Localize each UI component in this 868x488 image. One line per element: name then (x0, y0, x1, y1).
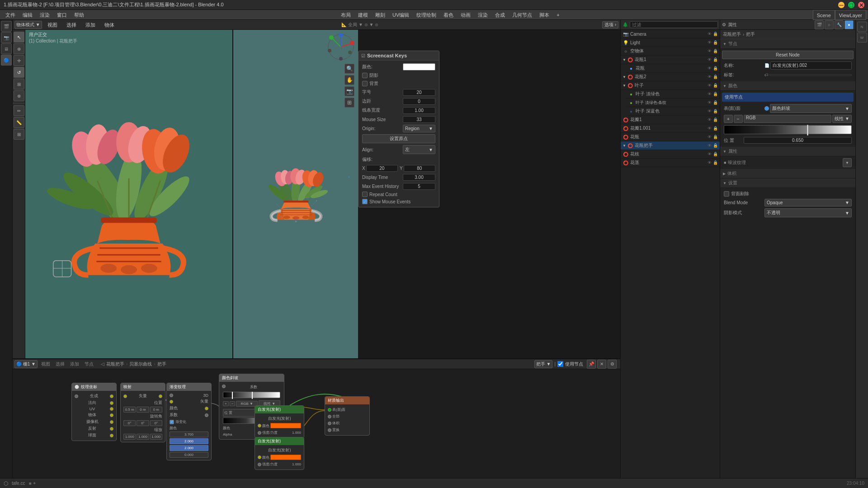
vp-add-menu[interactable]: 添加 (82, 20, 99, 30)
color-section-header[interactable]: 颜色 (720, 81, 855, 91)
attrs-section-header[interactable]: 属性 (720, 147, 855, 156)
offset-x-value[interactable]: 20 (366, 165, 398, 172)
vase2-expand[interactable]: ▼ (623, 75, 626, 79)
vp-object-menu[interactable]: 物体 (101, 20, 118, 30)
material-surface-dropdown[interactable]: 颜色斜坡 ▼ (770, 104, 852, 113)
offset-y-value[interactable]: 80 (404, 165, 435, 172)
reset-node-button[interactable]: Reset Node (722, 51, 854, 59)
menu-shading[interactable]: 着色 (440, 10, 457, 20)
vase1-expand[interactable]: ▼ (623, 58, 626, 62)
menu-edit[interactable]: 编辑 (19, 10, 36, 20)
origin-dropdown[interactable]: Region ▼ (403, 125, 435, 132)
minimize-button[interactable]: ─ (838, 2, 844, 8)
vp-view-menu[interactable]: 视图 (44, 20, 61, 30)
outliner-item-camera[interactable]: 📷 Camera 👁 🔒 (621, 30, 720, 38)
node-gradient[interactable]: 渐变纹理 3D 矢量 颜色 系数 ✓ 渐变化 (166, 383, 212, 460)
shadow-checkbox[interactable] (362, 73, 368, 78)
material-add-btn[interactable]: + (724, 115, 733, 123)
menu-window[interactable]: 窗口 (53, 10, 71, 20)
outliner-item-branch[interactable]: ⭕ 花枝 👁 🔒 (621, 150, 720, 159)
ramp-add-btn[interactable]: + (223, 401, 229, 406)
props-tab-material-btn[interactable]: ● (844, 20, 854, 29)
menu-add-workspace[interactable]: + (553, 10, 563, 20)
screencast-checkbox[interactable]: ☑ (361, 53, 365, 58)
display-time-value[interactable]: 3.00 (403, 174, 435, 181)
leaf-expand[interactable]: ▼ (623, 84, 626, 88)
handle-expand[interactable]: ▼ (623, 144, 626, 148)
node-texture-coord[interactable]: ⚪ 纹理坐标 生成 法向 UV 物体 摄像机 反射 球面 (71, 383, 117, 441)
emit1-color-swatch[interactable] (270, 423, 301, 428)
breadcrumb-vase-handle[interactable]: 花瓶把手 (723, 31, 741, 38)
menu-layout[interactable]: 布局 (337, 10, 354, 20)
active-node-display[interactable]: 使用节点 (722, 93, 854, 102)
viewport-right[interactable]: Z (233, 30, 358, 358)
breadcrumb-vase[interactable]: 花瓶把手 (106, 361, 124, 367)
colorramp-bar[interactable] (223, 392, 280, 398)
props-tab-material[interactable]: 🔵 (1, 55, 12, 66)
node-tag-value[interactable] (769, 74, 852, 76)
node-object-dropdown[interactable]: 把手 ▼ (534, 360, 553, 368)
tool-measure[interactable]: 📏 (14, 117, 24, 128)
node-view-menu[interactable]: 视图 (39, 361, 52, 367)
tool-annotate[interactable]: ✏ (14, 105, 24, 116)
emit2-color-swatch[interactable] (270, 455, 301, 460)
breadcrumb-handle-item[interactable]: 把手 (746, 31, 755, 38)
margin-value[interactable]: 0 (403, 98, 435, 105)
bg-checkbox[interactable] (362, 81, 368, 86)
engine-select[interactable]: Scene (813, 10, 835, 20)
outliner-item-leaf-light[interactable]: ● 叶子 淡绿色 👁 🔒 (626, 90, 720, 99)
noisy-settings-btn[interactable]: ▼ (843, 158, 852, 167)
show-mouse-checkbox[interactable]: ✓ (362, 199, 368, 204)
node-node-menu[interactable]: 节点 (83, 361, 95, 367)
overlay-button[interactable]: 选项 › (602, 21, 618, 28)
props-tab-render[interactable]: 📷 (1, 32, 12, 43)
outliner-item-empty[interactable]: ○ 空物体 👁 🔒 (621, 47, 720, 56)
outliner-item-vase-material[interactable]: ● 花瓶 👁 🔒 (626, 64, 720, 73)
node-material-output[interactable]: 材质输出 表(面)面 全部 (325, 396, 370, 436)
outliner-item-vase-main[interactable]: ⭕ 花瓶 👁 🔒 (621, 133, 720, 141)
node-select-menu[interactable]: 选择 (54, 361, 66, 367)
props-tab-modifier-btn[interactable]: 🔧 (835, 20, 844, 29)
interp-dropdown[interactable]: 线性 ▼ (832, 115, 852, 123)
viewport-left[interactable]: 用户正交 (1) Collection | 花瓶把手 (25, 30, 233, 358)
menu-render2[interactable]: 渲染 (474, 10, 491, 20)
mode-select[interactable]: 物体模式 ▼ (14, 21, 42, 29)
node-editor-type[interactable]: 🔵 栅1 ▼ (14, 360, 38, 368)
ramp-stop-left[interactable] (232, 392, 233, 399)
menu-animation[interactable]: 动画 (457, 10, 474, 20)
tool-rotate[interactable]: ↺ (14, 67, 24, 78)
screencast-header[interactable]: ☑ Screencast Keys (359, 51, 439, 61)
menu-render[interactable]: 渲染 (36, 10, 53, 20)
back-cull-checkbox[interactable] (724, 191, 729, 197)
outliner-item-petal1[interactable]: ⭕ 花瓣1 👁 🔒 (621, 116, 720, 124)
menu-composite[interactable]: 合成 (491, 10, 509, 20)
menu-texture[interactable]: 纹理绘制 (413, 10, 440, 20)
node-emission-1[interactable]: 自发光(发射) 自发光(发射) 颜色 强度/力度 (255, 405, 304, 438)
outliner-item-vase2[interactable]: ▼ ⭕ 花瓶2 👁 🔒 (621, 73, 720, 81)
tool-transform[interactable]: ⊗ (14, 90, 24, 101)
settings-section-header[interactable]: 设置 (720, 178, 855, 188)
node-emission-2[interactable]: 自发光(发射) 自发光(发射) 颜色 强度/力度 (255, 437, 304, 470)
viewlayer-select[interactable]: ViewLayer (835, 10, 866, 20)
outliner-item-leaf-stripe[interactable]: ● 叶子 淡绿色-条纹 👁 🔒 (626, 99, 720, 107)
node-canvas[interactable]: ⚪ 纹理坐标 生成 法向 UV 物体 摄像机 反射 球面 (13, 369, 620, 478)
node-add-menu[interactable]: 添加 (68, 361, 81, 367)
zoom-btn[interactable]: 🔍 (344, 64, 354, 74)
pan-btn[interactable]: ✋ (344, 75, 354, 85)
viewport-gizmo[interactable] (327, 33, 354, 61)
props-tab-scene[interactable]: 🎬 (1, 21, 12, 32)
menu-sculpt[interactable]: 雕刻 (372, 10, 389, 20)
nw-btn1[interactable]: N (857, 22, 867, 32)
tool-move[interactable]: ✛ (14, 55, 24, 66)
shadow-mode-dropdown[interactable]: 不透明 ▼ (764, 208, 852, 217)
volume-section-header[interactable]: 体积 (720, 169, 855, 178)
interp-selector[interactable]: RGB (744, 115, 832, 123)
tool-grid[interactable]: ⊞ (14, 129, 24, 140)
node-pin-btn[interactable]: 📌 (587, 360, 596, 369)
outliner-item-leaf[interactable]: ▼ ⭕ 叶子 👁 🔒 (621, 81, 720, 90)
use-nodes-checkbox[interactable] (557, 361, 563, 367)
menu-help[interactable]: 帮助 (71, 10, 88, 20)
tool-scale[interactable]: ⊞ (14, 79, 24, 89)
tool-select[interactable]: ↖ (14, 32, 24, 42)
node-close-btn[interactable]: ✕ (597, 360, 606, 369)
